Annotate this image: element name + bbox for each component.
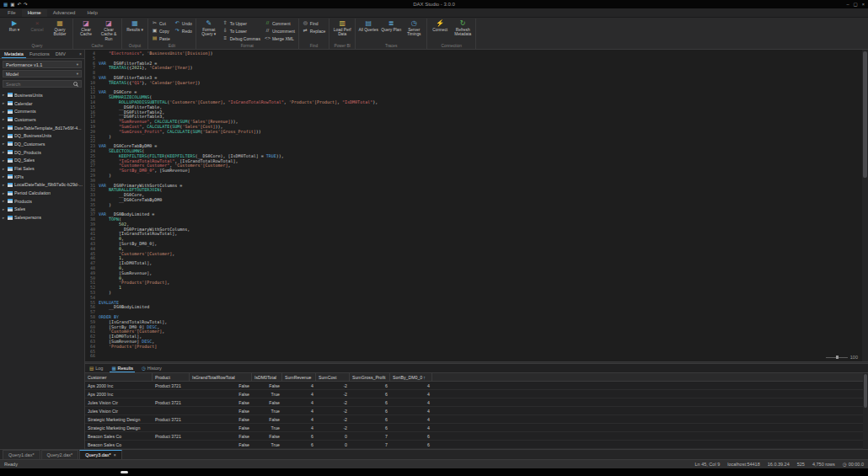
all-queries-button[interactable]: ▤All Queries — [357, 19, 379, 43]
search-input[interactable] — [6, 82, 73, 87]
table-row[interactable]: Beacon Sales CoProduct 3721FalseFalse607… — [85, 432, 868, 441]
to-upper-button[interactable]: ⇧To Upper — [221, 19, 262, 27]
tree-item-businessunits[interactable]: ▸BusinessUnits — [0, 91, 84, 99]
maximize-button[interactable]: ▢ — [854, 0, 858, 8]
run-button[interactable]: ▶Run ▾ — [3, 19, 25, 43]
tree-item-salespersons[interactable]: ▸Salespersons — [0, 213, 84, 222]
chevron-right-icon[interactable]: ▸ — [3, 167, 6, 171]
tree-item-dq-sales[interactable]: ▸DQ_Sales — [0, 157, 84, 165]
chevron-right-icon[interactable]: ▸ — [3, 158, 6, 163]
results-scrollbar[interactable] — [863, 373, 868, 449]
refresh-metadata-button[interactable]: ↻Refresh Metadata — [452, 19, 474, 43]
tree-item-dq-products[interactable]: ▸DQ_Products — [0, 148, 84, 157]
chevron-right-icon[interactable]: ▸ — [3, 183, 6, 187]
tab-functions[interactable]: Functions — [27, 51, 52, 57]
tree-item-datetabletemplate-8d17e69f-4[interactable]: ▸DateTableTemplate_8d17e69f-4... — [0, 124, 84, 132]
tree-item-sales[interactable]: ▸Sales — [0, 206, 84, 214]
clear-cache-button[interactable]: ◪Clear Cache — [75, 19, 97, 43]
column-header-sumgross-profit[interactable]: SumGross_Profit — [350, 373, 390, 381]
tab-log[interactable]: ▤Log — [88, 364, 104, 372]
chevron-right-icon[interactable]: ▸ — [3, 199, 6, 203]
paste-button[interactable]: ▤Paste — [150, 35, 172, 42]
zoom-slider[interactable] — [826, 357, 848, 358]
cancel-button[interactable]: ×Cancel — [26, 19, 48, 43]
tab-results[interactable]: ▦Results — [110, 364, 135, 372]
code-line[interactable]: 66 — [85, 354, 868, 359]
find-button[interactable]: ◎Find — [301, 19, 327, 27]
close-icon[interactable]: × — [114, 452, 116, 457]
tab-history[interactable]: ◷History — [140, 364, 163, 372]
results-scrollbar-thumb[interactable] — [864, 374, 867, 408]
close-button[interactable]: × — [862, 0, 865, 8]
minimize-button[interactable]: – — [847, 0, 849, 8]
chevron-right-icon[interactable]: ▸ — [3, 150, 6, 154]
column-header-customer[interactable]: Customer — [85, 373, 153, 381]
uncomment-button[interactable]: //Uncomment — [263, 27, 297, 35]
chevron-right-icon[interactable]: ▸ — [3, 117, 6, 121]
column-header-isgrandtotalrowtotal[interactable]: IsGrandTotalRowTotal — [190, 373, 252, 381]
query-editor[interactable]: 4 "Electronics", 'BusinessUnits'[Divisio… — [85, 50, 868, 361]
doc-tab-query1-dax[interactable]: Query1.dax* — [3, 450, 40, 459]
column-header-sortby-dm0-0[interactable]: SortBy_DM0_0↑ — [390, 373, 432, 381]
replace-button[interactable]: ⇄Replace — [301, 27, 327, 35]
query-builder-button[interactable]: ▦Query Builder — [49, 19, 71, 43]
table-row[interactable]: Jules Vision CtrProduct 3721FalseFalse4-… — [85, 398, 868, 407]
chevron-right-icon[interactable]: ▸ — [3, 207, 6, 211]
redo-button[interactable]: ↷Redo — [173, 27, 194, 35]
table-row[interactable]: Jules Vision CtrFalseTrue4-264 — [85, 407, 868, 415]
debug-commas-button[interactable]: ≡Debug Commas — [221, 35, 262, 42]
results-button[interactable]: ▦Results ▾ — [124, 19, 146, 43]
comment-button[interactable]: //Comment — [263, 19, 297, 27]
doc-tab-query3-dax[interactable]: Query3.dax*× — [79, 450, 122, 459]
model-dropdown[interactable]: Model ▾ — [3, 70, 82, 78]
chevron-right-icon[interactable]: ▸ — [3, 216, 6, 220]
table-row[interactable]: Beacon Sales CoFalseTrue6076 — [85, 441, 868, 449]
tree-item-period-calculation[interactable]: ▸Period Calculation — [0, 189, 84, 197]
ribbon-tab-help[interactable]: Help — [81, 9, 103, 17]
tab-dmv[interactable]: DMV — [53, 51, 68, 57]
undo-button[interactable]: ↶Undo — [173, 19, 194, 27]
redo-quick-icon[interactable]: ↷ — [24, 0, 28, 8]
chevron-right-icon[interactable]: ▸ — [3, 126, 6, 130]
column-header-isdm0total[interactable]: IsDM0Total — [252, 373, 282, 381]
app-icon[interactable]: ▦ — [3, 0, 8, 8]
tree-item-dq-customers[interactable]: ▸DQ_Customers — [0, 140, 84, 148]
tree-item-customers[interactable]: ▸Customers — [0, 115, 84, 124]
table-row[interactable]: Aps 2000 IncProduct 3721FalseFalse4-264 — [85, 382, 868, 390]
chevron-right-icon[interactable]: ▸ — [3, 101, 6, 105]
merge-xml-button[interactable]: <>Merge XML — [263, 35, 297, 42]
save-icon[interactable]: ▣ — [10, 0, 14, 8]
chevron-right-icon[interactable]: ▸ — [3, 174, 6, 179]
connect-button[interactable]: ⚡Connect — [429, 19, 451, 43]
chevron-right-icon[interactable]: ▸ — [3, 142, 6, 146]
ribbon-tab-advanced[interactable]: Advanced — [47, 9, 82, 17]
tree-item-kpis[interactable]: ▸KPIs — [0, 173, 84, 181]
cut-button[interactable]: ✂Cut — [150, 19, 172, 27]
load-perf-data-button[interactable]: ▥Load Perf Data — [331, 19, 353, 43]
editor-scrollbar[interactable] — [862, 50, 868, 361]
column-header-sumrevenue[interactable]: SumRevenue — [282, 373, 316, 381]
doc-tab-query2-dax[interactable]: Query2.dax* — [41, 450, 79, 459]
table-row[interactable]: Strategic Marketing DesignProduct 3721Fa… — [85, 415, 868, 424]
ribbon-tab-home[interactable]: Home — [22, 9, 47, 17]
tree-item-dq-businessunits[interactable]: ▸DQ_BusinessUnits — [0, 131, 84, 140]
to-lower-button[interactable]: ⇩To Lower — [221, 27, 262, 35]
undo-quick-icon[interactable]: ↶ — [17, 0, 21, 8]
tree-item-flat-sales[interactable]: ▸Flat Sales — [0, 164, 84, 173]
editor-scrollbar-thumb[interactable] — [863, 51, 867, 178]
chevron-right-icon[interactable]: ▸ — [3, 93, 6, 97]
table-row[interactable]: Aps 2000 IncFalseTrue4-264 — [85, 390, 868, 398]
format-query-button[interactable]: ✎Format Query ▾ — [198, 19, 220, 43]
server-timings-button[interactable]: ◷Server Timings — [403, 19, 425, 43]
tree-item-comments[interactable]: ▸Comments — [0, 107, 84, 115]
query-plan-button[interactable]: ≣Query Plan — [380, 19, 402, 43]
copy-button[interactable]: ▣Copy — [150, 27, 172, 35]
tree-item-calendar[interactable]: ▸Calendar — [0, 99, 84, 108]
clear-cache-run-button[interactable]: ◪Clear Cache & Run — [98, 19, 120, 43]
chevron-right-icon[interactable]: ▸ — [3, 191, 6, 195]
chevron-right-icon[interactable]: ▸ — [3, 110, 6, 114]
ribbon-tab-file[interactable]: File — [2, 9, 22, 17]
tree-item-products[interactable]: ▸Products — [0, 197, 84, 206]
tab-metadata[interactable]: Metadata — [2, 51, 26, 58]
connection-dropdown[interactable]: Performance v1.1 ▾ — [3, 61, 82, 68]
